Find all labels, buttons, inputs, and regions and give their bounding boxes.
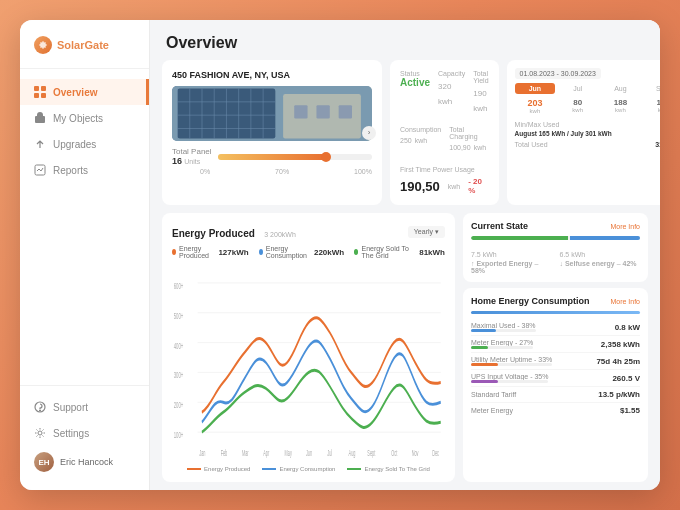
energy-rows: Maximal Used - 38% 0.8 kW Meter Energy -… <box>471 319 640 418</box>
logo-text: SolarGate <box>57 39 109 51</box>
logo-icon <box>34 36 52 54</box>
svg-text:200+: 200+ <box>174 399 184 411</box>
stats-card: Status Active Capacity 320 kwh Total Yie… <box>390 60 499 205</box>
panel-bar <box>218 154 372 160</box>
chart-card: Energy Produced 3 200kWh Yearly ▾ Energy… <box>162 213 455 482</box>
sidebar-item-label: Upgrades <box>53 139 96 150</box>
next-arrow[interactable]: › <box>362 126 376 140</box>
svg-text:400+: 400+ <box>174 339 184 351</box>
date-range[interactable]: 01.08.2023 - 30.09.2023 <box>515 68 601 79</box>
home-energy-header: Home Energy Consumption More Info <box>471 296 640 306</box>
month-tab-aug[interactable]: Aug <box>600 83 641 94</box>
legend-dot-produced <box>172 249 176 255</box>
capacity-item: Capacity 320 kwh <box>438 70 465 114</box>
top-highlight-bar <box>471 311 640 314</box>
property-image <box>172 86 372 141</box>
user-profile[interactable]: EH Eric Hancock <box>20 446 149 478</box>
footer-legend-produced: Energy Produced <box>187 466 250 472</box>
energy-row: Meter Energy $1.55 <box>471 403 640 418</box>
bar-percents: 0% 70% 100% <box>172 168 372 175</box>
svg-text:500+: 500+ <box>174 310 184 322</box>
month-tabs: Jun Jul Aug Sept <box>515 83 660 94</box>
month-val-aug: 188 kwh <box>600 98 641 114</box>
chart-period-selector[interactable]: Yearly ▾ <box>408 226 445 238</box>
footer-legend-grid: Energy Sold To The Grid <box>347 466 429 472</box>
calendar-card: 01.08.2023 - 30.09.2023 ▼ Jun Jul Aug Se… <box>507 60 660 205</box>
svg-text:600+: 600+ <box>174 280 184 292</box>
svg-text:Jan: Jan <box>199 448 205 457</box>
sidebar-bottom: Support Settings EH Eric Hancock <box>20 385 149 478</box>
sidebar-item-label: Settings <box>53 428 89 439</box>
legend-dot-consumption <box>259 249 263 255</box>
month-tab-sept[interactable]: Sept <box>643 83 660 94</box>
home-energy-more-info[interactable]: More Info <box>610 298 640 305</box>
sidebar-item-label: Support <box>53 402 88 413</box>
month-tab-jul[interactable]: Jul <box>557 83 598 94</box>
svg-text:Oct: Oct <box>391 448 397 457</box>
svg-rect-12 <box>294 105 307 118</box>
panel-bar-marker <box>321 152 331 162</box>
legend-item-produced: Energy Produced 127kWh <box>172 245 249 259</box>
legend-item-grid: Energy Sold To The Grid 81kWh <box>354 245 445 259</box>
svg-rect-3 <box>34 93 39 98</box>
chart-header: Energy Produced 3 200kWh Yearly ▾ <box>172 223 445 241</box>
sidebar-item-overview[interactable]: Overview <box>20 79 149 105</box>
svg-text:Sept: Sept <box>367 448 375 458</box>
current-state-header: Current State More Info <box>471 221 640 231</box>
sidebar-item-settings[interactable]: Settings <box>20 420 149 446</box>
svg-rect-14 <box>339 105 352 118</box>
month-val-sept: 143 kwh <box>643 98 660 114</box>
energy-row: UPS Input Voltage - 35% 260.5 V <box>471 370 640 387</box>
chart-subtitle: 3 200kWh <box>264 231 296 238</box>
top-row: 450 FASHION AVE, NY, USA <box>162 60 648 205</box>
sidebar-item-support[interactable]: Support <box>20 394 149 420</box>
month-tab-jun[interactable]: Jun <box>515 83 556 94</box>
sidebar-item-upgrades[interactable]: Upgrades <box>20 131 149 157</box>
current-state-progress <box>471 236 640 240</box>
energy-chart: 600+ 500+ 400+ 300+ 200+ 100+ <box>172 263 445 462</box>
app-container: SolarGate Overview My Objects Upgrades <box>20 20 660 490</box>
month-val-jul: 80 kwh <box>557 98 598 114</box>
content-grid: 450 FASHION AVE, NY, USA <box>150 60 660 490</box>
bottom-row: Energy Produced 3 200kWh Yearly ▾ Energy… <box>162 213 648 482</box>
sidebar-item-my-objects[interactable]: My Objects <box>20 105 149 131</box>
exported-item: 7.5 kWh ↑ Exported Energy – 58% <box>471 246 552 274</box>
progress-selfuse <box>570 236 640 240</box>
sidebar: SolarGate Overview My Objects Upgrades <box>20 20 150 490</box>
current-state-more-info[interactable]: More Info <box>610 223 640 230</box>
page-title: Overview <box>166 34 644 52</box>
sidebar-item-label: My Objects <box>53 113 103 124</box>
property-address: 450 FASHION AVE, NY, USA <box>172 70 372 80</box>
svg-text:Jun: Jun <box>306 448 312 457</box>
svg-text:May: May <box>285 448 293 458</box>
svg-rect-2 <box>41 86 46 91</box>
chart-area: 600+ 500+ 400+ 300+ 200+ 100+ <box>172 263 445 462</box>
sidebar-item-reports[interactable]: Reports <box>20 157 149 183</box>
total-yield-item: Total Yield 190 kwh <box>473 70 488 114</box>
chart-title-group: Energy Produced 3 200kWh <box>172 223 296 241</box>
right-panel: Current State More Info 7.5 kWh <box>463 213 648 482</box>
sidebar-item-label: Overview <box>53 87 97 98</box>
svg-point-9 <box>38 431 42 435</box>
sidebar-item-label: Reports <box>53 165 88 176</box>
panel-info: Total Panel 16 Units <box>172 147 372 166</box>
chart-footer: Energy Produced Energy Consumption Energ… <box>172 466 445 472</box>
svg-text:100+: 100+ <box>174 429 184 441</box>
consumption-row: Consumption 250 kwh Total Charging 100,9… <box>400 126 489 152</box>
home-energy-card: Home Energy Consumption More Info Maxima… <box>463 288 648 482</box>
selfuse-item: 6.5 kWh ↓ Selfuse energy – 42% <box>560 246 641 274</box>
property-card: 450 FASHION AVE, NY, USA <box>162 60 382 205</box>
svg-rect-1 <box>34 86 39 91</box>
current-state-card: Current State More Info 7.5 kWh <box>463 213 648 282</box>
cal-stats: Min/Max Used August 165 kWh / July 301 k… <box>515 120 660 149</box>
svg-text:Mar: Mar <box>242 448 249 457</box>
panel-bar-fill <box>218 154 326 160</box>
svg-text:Dec: Dec <box>432 448 439 457</box>
svg-text:Feb: Feb <box>221 448 228 457</box>
energy-row: Maximal Used - 38% 0.8 kW <box>471 319 640 336</box>
svg-point-8 <box>40 410 41 411</box>
legend-dot-grid <box>354 249 358 255</box>
energy-row: Utility Meter Uptime - 33% 75d 4h 25m <box>471 353 640 370</box>
user-name: Eric Hancock <box>60 457 113 467</box>
month-values: 203 kwh 80 kwh 188 kwh 143 <box>515 98 660 114</box>
